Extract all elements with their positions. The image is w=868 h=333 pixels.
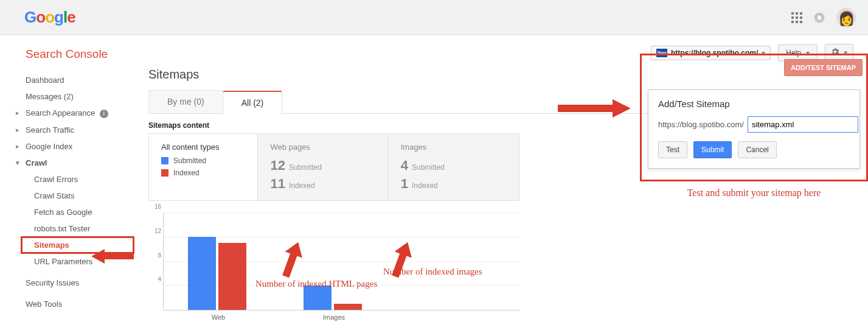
bar-img-submitted [304,286,332,310]
tab-by-me[interactable]: By me (0) [148,90,223,113]
x-label-web: Web [212,314,225,321]
img-indexed-count: 1 [401,176,408,192]
legend-submitted: Submitted [161,156,245,165]
test-button[interactable]: Test [658,141,687,158]
sidebar-item-crawl[interactable]: Crawl [0,155,134,171]
legend-card: All content types Submitted Indexed [149,134,258,200]
svg-rect-2 [800,12,802,15]
annotation-arrow-icon [280,241,304,278]
stat-card-web[interactable]: Web pages 12Submitted 11Indexed [258,134,388,200]
web-indexed-count: 11 [270,176,285,192]
svg-rect-0 [791,12,794,15]
y-tick: 4 [149,276,161,282]
stat-title: Web pages [270,142,375,152]
cancel-button[interactable]: Cancel [738,141,776,158]
popover-url-prefix: https://blog.spotibo.com/ [658,120,744,129]
y-tick: 16 [149,203,161,210]
bar-img-indexed [334,304,362,310]
sidebar-item-dashboard[interactable]: Dashboard [0,72,134,88]
annotation-arrow-icon [558,96,631,121]
annotation-text-html: Number of indexed HTML pages [255,279,377,289]
y-tick: 12 [149,227,161,234]
add-test-sitemap-button[interactable]: ADD/TEST SITEMAP [784,59,863,76]
sidebar-item-search-appearance[interactable]: Search Appearance i [0,105,134,122]
add-test-area: ADD/TEST SITEMAP Add/Test Sitemap https:… [640,54,868,198]
bar-web-submitted [188,237,216,310]
apps-icon[interactable] [791,12,802,23]
sidebar-item-crawl-errors[interactable]: Crawl Errors [0,171,134,188]
google-logo: Google [24,8,75,27]
annotation-text-images: Number of indexed images [383,267,482,277]
sidebar-item-security-issues[interactable]: Security Issues [0,275,134,291]
sidebar-item-messages[interactable]: Messages (2) [0,88,134,105]
sidebar-item-fetch-as-google[interactable]: Fetch as Google [0,204,134,220]
svg-rect-5 [800,16,802,19]
swatch-indexed [161,169,168,177]
content-type-cards: All content types Submitted Indexed Web … [148,133,519,201]
google-topbar: Google 👩 [0,0,868,35]
main-content: Spo https://blog.spotibo.com/ ▾ Help▾ ▾ … [134,35,868,333]
legend-title: All content types [161,142,245,152]
notifications-icon[interactable] [813,12,825,24]
sidebar-item-web-tools[interactable]: Web Tools [0,296,134,312]
svg-rect-6 [791,21,794,23]
user-avatar[interactable]: 👩 [836,8,856,27]
submit-button[interactable]: Submit [693,141,732,158]
popover-title: Add/Test Sitemap [658,99,850,109]
svg-rect-4 [796,16,798,19]
x-label-images: Images [323,314,345,321]
svg-marker-10 [558,99,631,117]
stat-title: Images [401,142,507,152]
img-submitted-count: 4 [401,158,408,174]
sitemap-path-input[interactable] [748,116,858,133]
add-test-popover: Add/Test Sitemap https://blog.spotibo.co… [648,89,860,169]
stat-card-images[interactable]: Images 4Submitted 1Indexed [389,134,519,200]
svg-rect-3 [791,16,794,19]
annotation-caption-right: Test and submit your sitemap here [640,188,868,198]
info-icon: i [100,110,108,118]
sidebar-item-robots-tester[interactable]: robots.txt Tester [0,220,134,237]
sidebar-item-search-traffic[interactable]: Search Traffic [0,122,134,138]
svg-marker-13 [91,249,134,264]
svg-rect-8 [800,21,802,23]
app-title: Search Console [0,47,134,72]
bar-web-indexed [218,243,246,310]
sidebar-item-crawl-stats[interactable]: Crawl Stats [0,188,134,204]
svg-rect-1 [796,12,798,15]
sitemap-chart: 4 8 12 16 Web Images [148,213,519,310]
svg-rect-7 [796,21,798,23]
swatch-submitted [161,157,168,164]
svg-marker-11 [280,241,304,278]
tab-all[interactable]: All (2) [223,91,283,114]
sidebar: Search Console Dashboard Messages (2) Se… [0,35,134,333]
annotation-box: ADD/TEST SITEMAP Add/Test Sitemap https:… [640,54,868,181]
annotation-arrow-icon [91,247,134,265]
y-tick: 8 [149,251,161,258]
sidebar-item-google-index[interactable]: Google Index [0,138,134,155]
legend-indexed: Indexed [161,169,245,177]
web-submitted-count: 12 [270,158,285,174]
